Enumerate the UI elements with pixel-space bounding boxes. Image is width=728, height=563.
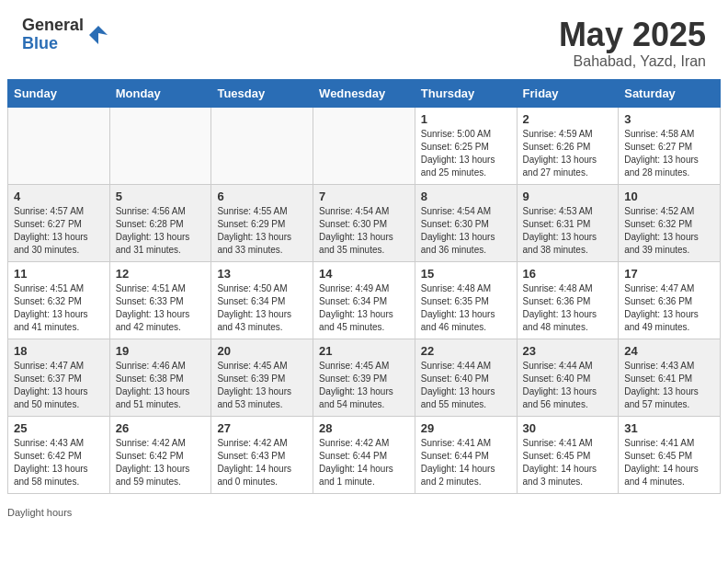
day-number: 7 — [319, 190, 409, 203]
calendar-week-row: 1Sunrise: 5:00 AM Sunset: 6:25 PM Daylig… — [8, 107, 721, 184]
logo-blue: Blue — [22, 35, 84, 53]
day-number: 1 — [421, 112, 511, 126]
day-info: Sunrise: 4:52 AM Sunset: 6:32 PM Dayligh… — [624, 205, 714, 257]
day-info: Sunrise: 4:41 AM Sunset: 6:44 PM Dayligh… — [421, 437, 511, 488]
calendar-cell: 22Sunrise: 4:44 AM Sunset: 6:40 PM Dayli… — [415, 339, 517, 416]
day-number: 30 — [523, 421, 613, 435]
day-number: 8 — [421, 190, 511, 203]
day-info: Sunrise: 4:48 AM Sunset: 6:36 PM Dayligh… — [523, 282, 613, 334]
day-number: 29 — [421, 421, 511, 435]
calendar-cell: 2Sunrise: 4:59 AM Sunset: 6:26 PM Daylig… — [517, 107, 619, 184]
day-info: Sunrise: 4:59 AM Sunset: 6:26 PM Dayligh… — [523, 128, 613, 179]
calendar-cell: 11Sunrise: 4:51 AM Sunset: 6:32 PM Dayli… — [8, 261, 110, 339]
calendar-cell: 14Sunrise: 4:49 AM Sunset: 6:34 PM Dayli… — [313, 261, 415, 339]
calendar-cell: 30Sunrise: 4:41 AM Sunset: 6:45 PM Dayli… — [517, 416, 619, 493]
day-number: 19 — [116, 344, 206, 358]
calendar-cell: 4Sunrise: 4:57 AM Sunset: 6:27 PM Daylig… — [8, 184, 110, 261]
page-header: General Blue May 2025 Bahabad, Yazd, Ira… — [0, 0, 728, 79]
day-number: 4 — [14, 190, 104, 203]
day-info: Sunrise: 4:41 AM Sunset: 6:45 PM Dayligh… — [523, 437, 613, 488]
day-info: Sunrise: 4:44 AM Sunset: 6:40 PM Dayligh… — [523, 360, 613, 411]
calendar-cell: 1Sunrise: 5:00 AM Sunset: 6:25 PM Daylig… — [415, 107, 517, 184]
day-info: Sunrise: 5:00 AM Sunset: 6:25 PM Dayligh… — [421, 128, 511, 179]
calendar-header: SundayMondayTuesdayWednesdayThursdayFrid… — [8, 79, 721, 107]
day-info: Sunrise: 4:45 AM Sunset: 6:39 PM Dayligh… — [217, 360, 307, 411]
day-number: 12 — [116, 267, 206, 281]
calendar-cell — [313, 107, 415, 184]
calendar-cell: 27Sunrise: 4:42 AM Sunset: 6:43 PM Dayli… — [211, 416, 313, 493]
calendar-table: SundayMondayTuesdayWednesdayThursdayFrid… — [7, 79, 721, 494]
day-number: 18 — [14, 344, 104, 358]
day-info: Sunrise: 4:43 AM Sunset: 6:42 PM Dayligh… — [14, 437, 104, 488]
day-number: 26 — [116, 421, 206, 435]
location-title: Bahabad, Yazd, Iran — [559, 53, 706, 70]
day-info: Sunrise: 4:42 AM Sunset: 6:42 PM Dayligh… — [116, 437, 206, 488]
calendar-cell: 13Sunrise: 4:50 AM Sunset: 6:34 PM Dayli… — [211, 261, 313, 339]
day-info: Sunrise: 4:45 AM Sunset: 6:39 PM Dayligh… — [319, 360, 409, 411]
calendar-cell: 31Sunrise: 4:41 AM Sunset: 6:45 PM Dayli… — [619, 416, 721, 493]
calendar-cell: 5Sunrise: 4:56 AM Sunset: 6:28 PM Daylig… — [109, 184, 211, 261]
day-number: 11 — [14, 267, 104, 281]
calendar-cell: 24Sunrise: 4:43 AM Sunset: 6:41 PM Dayli… — [619, 339, 721, 416]
day-info: Sunrise: 4:47 AM Sunset: 6:37 PM Dayligh… — [14, 360, 104, 411]
calendar-cell: 15Sunrise: 4:48 AM Sunset: 6:35 PM Dayli… — [415, 261, 517, 339]
day-number: 24 — [624, 344, 714, 358]
day-number: 23 — [523, 344, 613, 358]
calendar-cell: 19Sunrise: 4:46 AM Sunset: 6:38 PM Dayli… — [109, 339, 211, 416]
day-info: Sunrise: 4:55 AM Sunset: 6:29 PM Dayligh… — [217, 205, 307, 257]
day-number: 13 — [217, 267, 307, 281]
day-number: 28 — [319, 421, 409, 435]
calendar-cell: 28Sunrise: 4:42 AM Sunset: 6:44 PM Dayli… — [313, 416, 415, 493]
calendar-cell: 9Sunrise: 4:53 AM Sunset: 6:31 PM Daylig… — [517, 184, 619, 261]
logo: General Blue — [22, 17, 109, 53]
logo-general: General — [22, 17, 84, 35]
day-info: Sunrise: 4:49 AM Sunset: 6:34 PM Dayligh… — [319, 282, 409, 334]
calendar-cell: 25Sunrise: 4:43 AM Sunset: 6:42 PM Dayli… — [8, 416, 110, 493]
calendar-cell: 6Sunrise: 4:55 AM Sunset: 6:29 PM Daylig… — [211, 184, 313, 261]
weekday-header-friday: Friday — [517, 79, 619, 107]
day-info: Sunrise: 4:53 AM Sunset: 6:31 PM Dayligh… — [523, 205, 613, 257]
day-info: Sunrise: 4:42 AM Sunset: 6:43 PM Dayligh… — [217, 437, 307, 488]
day-number: 22 — [421, 344, 511, 358]
calendar-cell: 18Sunrise: 4:47 AM Sunset: 6:37 PM Dayli… — [8, 339, 110, 416]
day-number: 25 — [14, 421, 104, 435]
day-info: Sunrise: 4:41 AM Sunset: 6:45 PM Dayligh… — [624, 437, 714, 488]
calendar-week-row: 25Sunrise: 4:43 AM Sunset: 6:42 PM Dayli… — [8, 416, 721, 493]
day-number: 31 — [624, 421, 714, 435]
calendar-cell: 12Sunrise: 4:51 AM Sunset: 6:33 PM Dayli… — [109, 261, 211, 339]
footer: Daylight hours — [0, 501, 728, 522]
calendar-cell: 29Sunrise: 4:41 AM Sunset: 6:44 PM Dayli… — [415, 416, 517, 493]
day-number: 5 — [116, 190, 206, 203]
daylight-label: Daylight hours — [7, 507, 72, 518]
day-number: 3 — [624, 112, 714, 126]
weekday-header-thursday: Thursday — [415, 79, 517, 107]
day-number: 14 — [319, 267, 409, 281]
day-info: Sunrise: 4:57 AM Sunset: 6:27 PM Dayligh… — [14, 205, 104, 257]
calendar-cell: 16Sunrise: 4:48 AM Sunset: 6:36 PM Dayli… — [517, 261, 619, 339]
calendar-cell: 8Sunrise: 4:54 AM Sunset: 6:30 PM Daylig… — [415, 184, 517, 261]
calendar-cell: 10Sunrise: 4:52 AM Sunset: 6:32 PM Dayli… — [619, 184, 721, 261]
day-info: Sunrise: 4:46 AM Sunset: 6:38 PM Dayligh… — [116, 360, 206, 411]
day-info: Sunrise: 4:47 AM Sunset: 6:36 PM Dayligh… — [624, 282, 714, 334]
day-info: Sunrise: 4:58 AM Sunset: 6:27 PM Dayligh… — [624, 128, 714, 179]
day-number: 6 — [217, 190, 307, 203]
calendar-wrapper: SundayMondayTuesdayWednesdayThursdayFrid… — [0, 79, 728, 501]
calendar-cell: 20Sunrise: 4:45 AM Sunset: 6:39 PM Dayli… — [211, 339, 313, 416]
calendar-week-row: 18Sunrise: 4:47 AM Sunset: 6:37 PM Dayli… — [8, 339, 721, 416]
calendar-cell: 7Sunrise: 4:54 AM Sunset: 6:30 PM Daylig… — [313, 184, 415, 261]
title-block: May 2025 Bahabad, Yazd, Iran — [559, 17, 706, 70]
day-info: Sunrise: 4:51 AM Sunset: 6:33 PM Dayligh… — [116, 282, 206, 334]
day-number: 16 — [523, 267, 613, 281]
calendar-cell — [8, 107, 110, 184]
day-info: Sunrise: 4:44 AM Sunset: 6:40 PM Dayligh… — [421, 360, 511, 411]
day-number: 17 — [624, 267, 714, 281]
day-number: 10 — [624, 190, 714, 203]
calendar-cell — [109, 107, 211, 184]
calendar-cell: 3Sunrise: 4:58 AM Sunset: 6:27 PM Daylig… — [619, 107, 721, 184]
day-number: 21 — [319, 344, 409, 358]
day-number: 27 — [217, 421, 307, 435]
calendar-week-row: 4Sunrise: 4:57 AM Sunset: 6:27 PM Daylig… — [8, 184, 721, 261]
day-info: Sunrise: 4:54 AM Sunset: 6:30 PM Dayligh… — [421, 205, 511, 257]
weekday-header-wednesday: Wednesday — [313, 79, 415, 107]
calendar-cell: 26Sunrise: 4:42 AM Sunset: 6:42 PM Dayli… — [109, 416, 211, 493]
